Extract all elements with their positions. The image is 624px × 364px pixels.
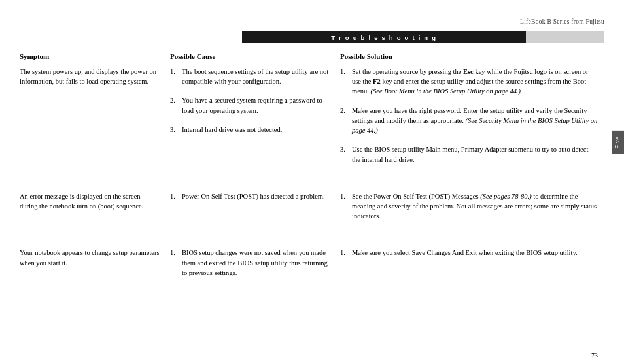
section-title: T r o u b l e s h o o t i n g <box>331 34 436 41</box>
column-headers: Symptom Possible Cause Possible Solution <box>20 52 598 60</box>
solution-header: Possible Solution <box>340 52 598 60</box>
cause-header: Possible Cause <box>170 52 340 60</box>
main-content: Symptom Possible Cause Possible Solution… <box>20 52 598 344</box>
cause-cell-2: 1.BIOS setup changes were not saved when… <box>170 248 340 287</box>
chapter-tab: Five <box>612 131 624 154</box>
cause-cell-1: 1.Power On Self Test (POST) has detected… <box>170 191 340 231</box>
solution-cell-1: 1.See the Power On Self Test (POST) Mess… <box>340 191 598 231</box>
cause-item-1-0: 1.Power On Self Test (POST) has detected… <box>170 191 330 201</box>
table-row: The system powers up, and displays the p… <box>20 67 598 174</box>
cause-item-2-0: 1.BIOS setup changes were not saved when… <box>170 248 330 278</box>
title-bar-dark: T r o u b l e s h o o t i n g <box>242 31 526 43</box>
solution-item-0-1: 2.Make sure you have the right password.… <box>340 106 598 136</box>
solution-item-1-0: 1.See the Power On Self Test (POST) Mess… <box>340 191 598 222</box>
symptom-cell-0: The system powers up, and displays the p… <box>20 67 170 174</box>
symptom-cell-1: An error message is displayed on the scr… <box>20 191 170 231</box>
solution-item-0-2: 3.Use the BIOS setup utility Main menu, … <box>340 144 598 164</box>
page-number: 73 <box>591 352 598 359</box>
symptom-cell-2: Your notebook appears to change setup pa… <box>20 248 170 287</box>
cause-cell-0: 1.The boot sequence settings of the setu… <box>170 67 340 174</box>
table-row: Your notebook appears to change setup pa… <box>20 248 598 287</box>
solution-item-2-0: 1.Make sure you select Save Changes And … <box>340 248 598 257</box>
section-title-bar: T r o u b l e s h o o t i n g <box>242 31 604 43</box>
solution-cell-2: 1.Make sure you select Save Changes And … <box>340 248 598 287</box>
title-bar-light <box>526 31 604 43</box>
row-divider-2 <box>20 242 598 242</box>
cause-item-0-0: 1.The boot sequence settings of the setu… <box>170 67 330 86</box>
solution-cell-0: 1.Set the operating source by pressing t… <box>340 67 598 174</box>
table-row: An error message is displayed on the scr… <box>20 191 598 231</box>
cause-item-0-2: 3.Internal hard drive was not detected. <box>170 125 330 135</box>
solution-item-0-0: 1.Set the operating source by pressing t… <box>340 67 598 97</box>
row-divider-1 <box>20 186 598 186</box>
cause-item-0-1: 2.You have a secured system requiring a … <box>170 95 330 115</box>
page-header: LifeBook B Series from Fujitsu <box>520 18 604 25</box>
symptom-header: Symptom <box>20 52 170 60</box>
